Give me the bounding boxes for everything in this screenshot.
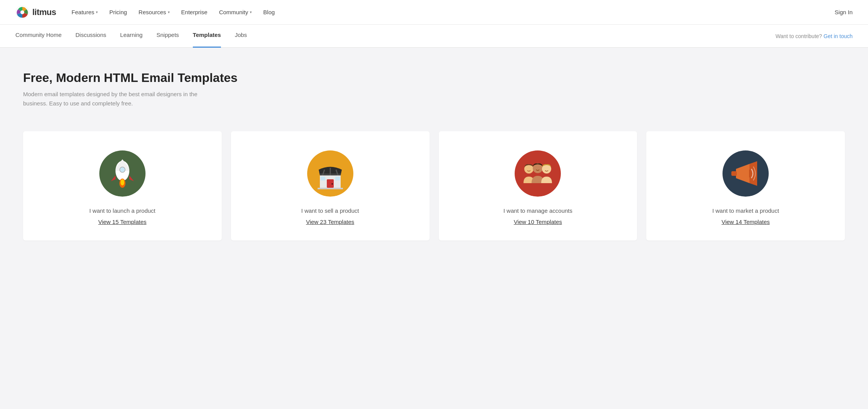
card-manage-label: I want to manage accounts xyxy=(503,207,572,214)
cards-grid: I want to launch a product View 15 Templ… xyxy=(23,131,845,240)
signin-button[interactable]: Sign In xyxy=(835,9,853,15)
card-manage-link[interactable]: View 10 Templates xyxy=(514,219,562,225)
nav-community[interactable]: Community ▾ xyxy=(219,9,252,15)
svg-point-3 xyxy=(120,167,125,172)
card-market: I want to market a product View 14 Templ… xyxy=(646,131,845,240)
card-market-label: I want to market a product xyxy=(712,207,779,214)
logo[interactable]: litmus xyxy=(15,5,56,19)
subnav-learning[interactable]: Learning xyxy=(120,25,142,48)
card-launch-link[interactable]: View 15 Templates xyxy=(98,219,146,225)
card-launch: I want to launch a product View 15 Templ… xyxy=(23,131,222,240)
nav-enterprise[interactable]: Enterprise xyxy=(181,9,207,15)
svg-rect-14 xyxy=(318,188,343,189)
resources-chevron-icon: ▾ xyxy=(168,10,170,14)
svg-rect-12 xyxy=(321,177,325,180)
svg-point-5 xyxy=(120,179,124,185)
top-nav-links: Features ▾ Pricing Resources ▾ Enterpris… xyxy=(72,9,835,15)
card-sell-icon xyxy=(307,150,353,197)
cards-section: I want to launch a product View 15 Templ… xyxy=(0,124,868,264)
people-icon xyxy=(520,158,555,189)
community-chevron-icon: ▾ xyxy=(250,10,252,14)
svg-rect-18 xyxy=(731,171,737,176)
nav-features[interactable]: Features ▾ xyxy=(72,9,98,15)
svg-rect-10 xyxy=(327,179,334,188)
card-sell-label: I want to sell a product xyxy=(301,207,359,214)
get-in-touch-link[interactable]: Get in touch xyxy=(824,33,853,39)
litmus-logo-icon xyxy=(15,5,29,19)
svg-point-1 xyxy=(20,10,24,14)
svg-point-11 xyxy=(331,184,333,185)
hero-subtitle: Modern email templates designed by the b… xyxy=(23,90,208,108)
nav-blog[interactable]: Blog xyxy=(263,9,275,15)
nav-resources[interactable]: Resources ▾ xyxy=(139,9,170,15)
subnav-jobs[interactable]: Jobs xyxy=(235,25,247,48)
megaphone-icon xyxy=(728,158,763,189)
subnav-templates[interactable]: Templates xyxy=(193,25,221,48)
rocket-icon xyxy=(107,156,138,191)
sub-nav: Community Home Discussions Learning Snip… xyxy=(0,25,868,48)
shop-icon xyxy=(313,156,348,191)
subnav-snippets[interactable]: Snippets xyxy=(156,25,179,48)
nav-pricing[interactable]: Pricing xyxy=(109,9,127,15)
logo-text: litmus xyxy=(32,7,56,17)
card-launch-icon xyxy=(99,150,146,197)
contribute-area: Want to contribute? Get in touch xyxy=(776,33,853,39)
card-market-icon xyxy=(722,150,769,197)
card-launch-label: I want to launch a product xyxy=(89,207,156,214)
subnav-community-home[interactable]: Community Home xyxy=(15,25,62,48)
card-sell: I want to sell a product View 23 Templat… xyxy=(231,131,430,240)
card-manage: I want to manage accounts View 10 Templa… xyxy=(439,131,637,240)
card-market-link[interactable]: View 14 Templates xyxy=(721,219,769,225)
hero-title: Free, Modern HTML Email Templates xyxy=(23,71,845,85)
subnav-discussions[interactable]: Discussions xyxy=(75,25,106,48)
sub-nav-links: Community Home Discussions Learning Snip… xyxy=(15,25,776,48)
hero-section: Free, Modern HTML Email Templates Modern… xyxy=(0,48,868,124)
svg-rect-13 xyxy=(335,177,340,180)
features-chevron-icon: ▾ xyxy=(96,10,98,14)
card-sell-link[interactable]: View 23 Templates xyxy=(306,219,354,225)
top-nav: litmus Features ▾ Pricing Resources ▾ En… xyxy=(0,0,868,25)
card-manage-icon xyxy=(515,150,561,197)
